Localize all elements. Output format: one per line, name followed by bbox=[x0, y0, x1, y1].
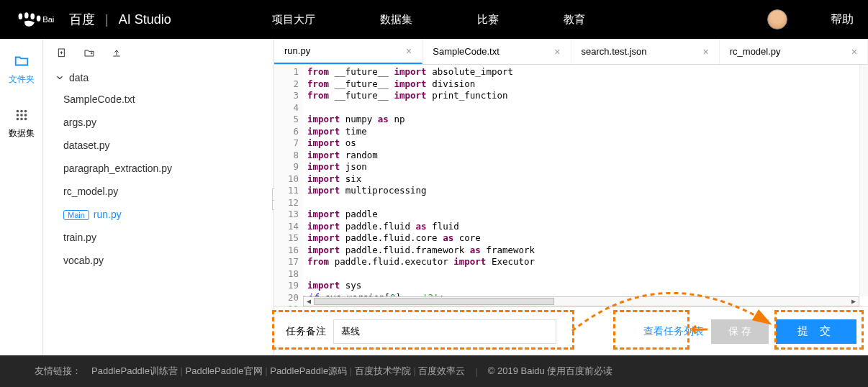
folder-icon bbox=[14, 53, 30, 69]
file-label: train.py bbox=[63, 232, 96, 243]
editor-tab[interactable]: search.test.json× bbox=[571, 39, 720, 64]
file-label: rc_model.py bbox=[63, 186, 118, 197]
svg-point-7 bbox=[24, 110, 27, 113]
baidu-logo-icon: Bai bbox=[14, 11, 65, 28]
task-remark-label: 任务备注 bbox=[286, 325, 326, 338]
svg-point-5 bbox=[16, 110, 19, 113]
svg-point-8 bbox=[16, 114, 19, 117]
brand-secondary: AI Studio bbox=[119, 12, 171, 27]
file-row[interactable]: vocab.py bbox=[52, 249, 265, 272]
main-badge: Main bbox=[63, 210, 89, 220]
tab-close-icon[interactable]: × bbox=[554, 46, 560, 58]
svg-point-13 bbox=[24, 118, 27, 121]
main-nav: 项目大厅 数据集 比赛 教育 bbox=[272, 13, 585, 27]
svg-point-3 bbox=[37, 15, 41, 21]
vertical-scrollbar[interactable] bbox=[859, 65, 868, 296]
nav-help[interactable]: 帮助 bbox=[831, 12, 854, 27]
code-editor[interactable]: 123456789101112131415161718192021222324 … bbox=[274, 65, 868, 306]
scroll-track[interactable] bbox=[314, 297, 849, 306]
svg-point-9 bbox=[20, 114, 23, 117]
rail-files[interactable]: 文件夹 bbox=[9, 53, 35, 86]
nav-education[interactable]: 教育 bbox=[564, 13, 585, 27]
nav-projects[interactable]: 项目大厅 bbox=[272, 13, 315, 27]
svg-point-11 bbox=[16, 118, 19, 121]
submit-button[interactable]: 提 交 bbox=[776, 319, 856, 344]
left-rail: 文件夹 数据集 bbox=[0, 39, 43, 355]
svg-point-12 bbox=[20, 118, 23, 121]
folder-data[interactable]: data bbox=[52, 68, 265, 88]
footer-link[interactable]: 百度效率云 bbox=[418, 365, 465, 376]
view-tasks-link[interactable]: 查看任务列表 bbox=[643, 325, 704, 338]
task-bar: 任务备注 查看任务列表 保 存 提 交 bbox=[274, 306, 868, 355]
horizontal-scrollbar[interactable]: ◀ ▶ bbox=[303, 296, 859, 306]
editor-area: run.py×SampleCode.txt×search.test.json×r… bbox=[273, 39, 868, 355]
scroll-thumb[interactable] bbox=[314, 298, 554, 305]
footer-link[interactable]: PaddlePaddle官网 bbox=[186, 365, 263, 376]
editor-tab[interactable]: SampleCode.txt× bbox=[422, 39, 571, 64]
file-label: SampleCode.txt bbox=[63, 94, 135, 105]
file-toolbar bbox=[43, 39, 273, 65]
svg-point-6 bbox=[20, 110, 23, 113]
brand-primary: 百度 bbox=[69, 11, 95, 28]
rail-datasets-label: 数据集 bbox=[9, 127, 35, 140]
logo[interactable]: Bai 百度 | AI Studio bbox=[14, 11, 171, 28]
footer-link[interactable]: 百度技术学院 bbox=[355, 365, 411, 376]
file-row[interactable]: paragraph_extraction.py bbox=[52, 157, 265, 180]
tab-label: run.py bbox=[284, 45, 310, 56]
file-label: vocab.py bbox=[63, 255, 104, 266]
svg-text:Bai: Bai bbox=[42, 15, 54, 24]
brand-separator: | bbox=[105, 12, 109, 27]
save-button[interactable]: 保 存 bbox=[711, 319, 769, 344]
editor-tabs: run.py×SampleCode.txt×search.test.json×r… bbox=[274, 39, 868, 65]
avatar[interactable] bbox=[767, 9, 787, 29]
line-gutter: 123456789101112131415161718192021222324 bbox=[274, 65, 303, 306]
footer: 友情链接： PaddlePaddle训练营 | PaddlePaddle官网 |… bbox=[0, 355, 868, 387]
nav-competitions[interactable]: 比赛 bbox=[477, 13, 499, 27]
chevron-down-icon bbox=[55, 73, 65, 83]
svg-point-1 bbox=[24, 12, 29, 18]
tab-close-icon[interactable]: × bbox=[406, 45, 412, 57]
code-content[interactable]: from __future__ import absolute_importfr… bbox=[303, 65, 868, 306]
file-panel: data SampleCode.txtargs.pydataset.pypara… bbox=[43, 39, 273, 355]
nav-datasets[interactable]: 数据集 bbox=[380, 13, 412, 27]
footer-link[interactable]: PaddlePaddle源码 bbox=[270, 365, 347, 376]
top-nav: Bai 百度 | AI Studio 项目大厅 数据集 比赛 教育 帮助 bbox=[0, 0, 868, 39]
tab-label: SampleCode.txt bbox=[433, 46, 499, 57]
file-row[interactable]: dataset.py bbox=[52, 134, 265, 157]
upload-icon[interactable] bbox=[111, 47, 122, 59]
file-row[interactable]: rc_model.py bbox=[52, 180, 265, 203]
tab-close-icon[interactable]: × bbox=[851, 46, 857, 58]
new-folder-icon[interactable] bbox=[83, 47, 95, 59]
file-label: dataset.py bbox=[63, 140, 110, 151]
file-row-main[interactable]: Mainrun.py bbox=[52, 203, 265, 226]
svg-point-2 bbox=[30, 14, 35, 19]
file-label: paragraph_extraction.py bbox=[63, 163, 172, 174]
folder-label: data bbox=[69, 72, 89, 83]
tab-close-icon[interactable]: × bbox=[703, 46, 709, 58]
svg-point-10 bbox=[24, 114, 27, 117]
file-tree: data SampleCode.txtargs.pydataset.pypara… bbox=[43, 65, 273, 281]
rail-datasets[interactable]: 数据集 bbox=[9, 107, 35, 140]
file-label: args.py bbox=[63, 117, 96, 128]
tab-label: rc_model.py bbox=[730, 46, 781, 57]
task-remark-input[interactable] bbox=[333, 319, 556, 344]
file-row[interactable]: train.py bbox=[52, 226, 265, 249]
editor-tab[interactable]: run.py× bbox=[274, 39, 422, 64]
svg-point-0 bbox=[19, 14, 23, 19]
footer-copyright: © 2019 Baidu 使用百度前必读 bbox=[488, 365, 613, 378]
footer-link[interactable]: PaddlePaddle训练营 bbox=[91, 365, 178, 376]
tab-label: search.test.json bbox=[582, 46, 647, 57]
rail-files-label: 文件夹 bbox=[9, 73, 35, 86]
file-row[interactable]: args.py bbox=[52, 111, 265, 134]
scroll-right-arrow[interactable]: ▶ bbox=[849, 296, 859, 306]
dataset-icon bbox=[14, 107, 30, 123]
editor-tab[interactable]: rc_model.py× bbox=[720, 39, 868, 64]
scroll-left-arrow[interactable]: ◀ bbox=[304, 296, 314, 306]
file-label: run.py bbox=[94, 209, 122, 220]
new-file-icon[interactable] bbox=[56, 47, 68, 59]
file-row[interactable]: SampleCode.txt bbox=[52, 88, 265, 111]
footer-label: 友情链接： bbox=[35, 365, 81, 378]
